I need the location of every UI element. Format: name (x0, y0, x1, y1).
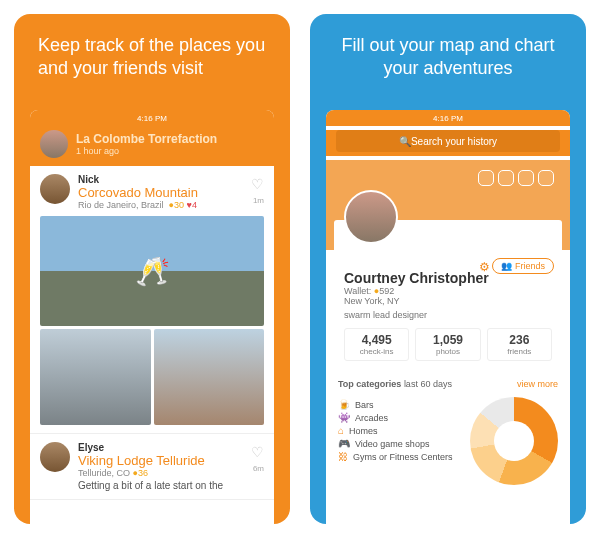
timestamp: 6m (253, 464, 264, 473)
view-more-link[interactable]: view more (517, 379, 558, 389)
location-label: Rio de Janeiro, Brazil ●30 ♥4 (78, 200, 264, 210)
game-icon: 👾 (338, 412, 350, 423)
status-bar: 4:16 PM (30, 110, 274, 126)
self-checkin-row[interactable]: La Colombe Torrefaction 1 hour ago (30, 126, 274, 166)
list-item: 🎮Video game shops (338, 438, 462, 449)
timestamp: 1m (253, 196, 264, 205)
search-history-input[interactable]: 🔍 Search your history (336, 130, 560, 152)
profile-location: New York, NY (344, 296, 552, 306)
photo-grid[interactable] (40, 216, 264, 425)
controller-icon: 🎮 (338, 438, 350, 449)
feed-item[interactable]: Nick Corcovado Mountain Rio de Janeiro, … (30, 166, 274, 434)
list-item: 👾Arcades (338, 412, 462, 423)
headline: Keep track of the places you and your fr… (14, 14, 290, 93)
stat-friends[interactable]: 236friends (487, 328, 552, 361)
gym-icon: ⛓ (338, 451, 348, 462)
heart-icon[interactable]: ♡ (251, 444, 264, 460)
friends-button[interactable]: 👥 Friends (492, 258, 554, 274)
category-list: 🍺Bars 👾Arcades ⌂Homes 🎮Video game shops … (338, 397, 462, 485)
phone-frame: 4:16 PM 🔍 Search your history ⚙ 👥 Friend… (326, 110, 570, 524)
avatar[interactable] (344, 190, 398, 244)
venue-name: Viking Lodge Telluride (78, 453, 264, 468)
list-item: ⛓Gyms or Fitness Centers (338, 451, 462, 462)
stat-checkins[interactable]: 4,495check-ins (344, 328, 409, 361)
user-name: Nick (78, 174, 264, 185)
post-body: Getting a bit of a late start on the (78, 480, 264, 491)
phone-frame: 4:16 PM La Colombe Torrefaction 1 hour a… (30, 110, 274, 524)
heart-icon[interactable]: ♡ (251, 176, 264, 192)
screenshot-right: Fill out your map and chart your adventu… (310, 14, 586, 524)
map-markers (478, 170, 554, 186)
list-item: 🍺Bars (338, 399, 462, 410)
stat-photos[interactable]: 1,059photos (415, 328, 480, 361)
donut-chart (470, 397, 558, 485)
user-name: Elyse (78, 442, 264, 453)
self-venue: La Colombe Torrefaction (76, 132, 217, 146)
profile-bio: swarm lead designer (344, 310, 552, 320)
gear-icon[interactable]: ⚙ (479, 260, 490, 274)
feed-item[interactable]: Elyse Viking Lodge Telluride Telluride, … (30, 434, 274, 500)
screenshot-left: Keep track of the places you and your fr… (14, 14, 290, 524)
profile-card: ⚙ 👥 Friends Courtney Christopher Wallet:… (334, 220, 562, 371)
photo[interactable] (40, 216, 264, 326)
avatar (40, 130, 68, 158)
status-bar: 4:16 PM (326, 110, 570, 126)
beer-icon: 🍺 (338, 399, 350, 410)
self-checkin-time: 1 hour ago (76, 146, 217, 156)
venue-name: Corcovado Mountain (78, 185, 264, 200)
photo[interactable] (154, 329, 265, 425)
photo[interactable] (40, 329, 151, 425)
top-categories-header: Top categories last 60 days view more (326, 371, 570, 393)
list-item: ⌂Homes (338, 425, 462, 436)
avatar (40, 442, 70, 472)
avatar (40, 174, 70, 204)
wallet-label: Wallet: ●592 (344, 286, 552, 296)
home-icon: ⌂ (338, 425, 344, 436)
headline: Fill out your map and chart your adventu… (310, 14, 586, 93)
location-label: Telluride, CO ●36 (78, 468, 264, 478)
